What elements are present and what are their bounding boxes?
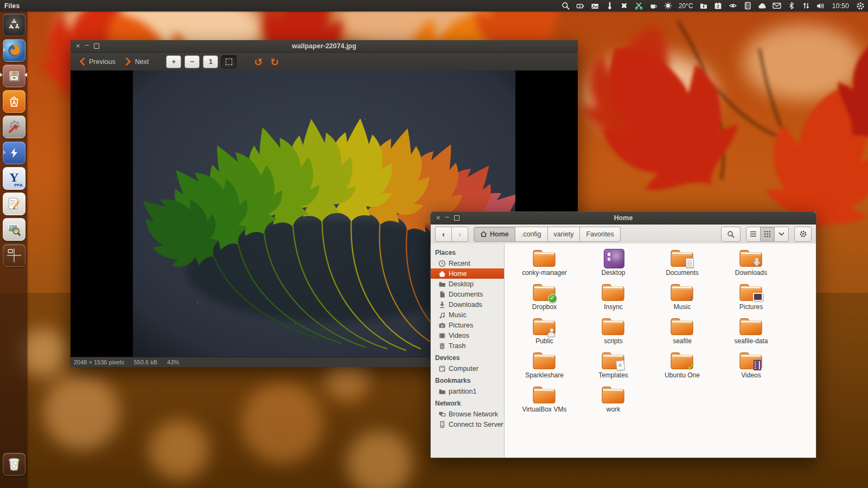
folder-label: conky-manager xyxy=(522,269,567,277)
grid-view-button[interactable] xyxy=(761,227,775,242)
sidebar-item-browse-network[interactable]: Browse Network xyxy=(431,409,504,419)
folder-label: Videos xyxy=(741,371,761,379)
next-button[interactable]: Next xyxy=(122,56,152,67)
folder-item[interactable]: Videos xyxy=(717,350,786,384)
folder-item[interactable]: scripts xyxy=(579,316,648,350)
folder-item[interactable]: Desktop xyxy=(579,248,648,282)
launcher-item-trash[interactable] xyxy=(3,453,25,476)
server-icon xyxy=(438,421,446,428)
folder-item[interactable]: Pictures xyxy=(717,282,786,316)
folder-item[interactable]: Documents xyxy=(648,248,717,282)
cloud-icon[interactable] xyxy=(758,2,767,10)
sidebar-item-computer[interactable]: Computer xyxy=(431,363,504,374)
viewer-titlebar[interactable]: × – wallpaper-22074.jpg xyxy=(71,40,578,53)
privacy-eye-icon[interactable] xyxy=(729,2,737,10)
sidebar-item-documents[interactable]: Documents xyxy=(431,289,504,299)
folder-icon xyxy=(438,388,446,395)
best-fit-button[interactable] xyxy=(221,55,237,68)
scissors-icon[interactable] xyxy=(635,2,643,10)
folder-item[interactable]: Templates xyxy=(579,350,648,384)
file-grid-area[interactable]: conky-manager Desk xyxy=(505,243,816,458)
sidebar-item-pictures[interactable]: Pictures xyxy=(431,320,504,330)
folder-label: Templates xyxy=(598,371,628,379)
folder-item[interactable]: conky-manager xyxy=(510,248,579,282)
sidebar-item-partition1[interactable]: partition1 xyxy=(431,386,504,396)
close-icon[interactable]: × xyxy=(76,43,80,49)
folder-item[interactable]: seafile-data xyxy=(717,316,786,350)
folder-item[interactable]: Sparkleshare xyxy=(510,350,579,384)
calendar-icon[interactable]: 2 xyxy=(714,2,723,10)
rotate-right-icon[interactable]: ↻ xyxy=(268,56,281,68)
viewer-toolbar: Previous Next + − 1 ↺ ↻ xyxy=(71,53,578,71)
bluetooth-icon[interactable] xyxy=(787,2,796,10)
network-traffic-icon[interactable] xyxy=(802,2,810,10)
global-app-menu[interactable]: Files xyxy=(4,2,20,10)
clock[interactable]: 10:50 xyxy=(832,2,849,10)
session-gear-icon[interactable] xyxy=(856,2,865,10)
folder-item[interactable]: Insync xyxy=(579,282,648,316)
sidebar-item-recent[interactable]: Recent xyxy=(431,258,504,268)
minimize-icon[interactable]: – xyxy=(85,42,89,48)
journal-icon[interactable] xyxy=(743,2,752,10)
folder-item[interactable]: work xyxy=(579,384,648,419)
launcher-item-dash-home[interactable] xyxy=(3,14,25,36)
search-button[interactable] xyxy=(721,227,741,242)
launcher-item-text-editor[interactable] xyxy=(3,192,25,215)
folder-item[interactable]: Music xyxy=(648,282,717,316)
weather-sun-icon[interactable] xyxy=(664,2,673,10)
zoom-normal-button[interactable]: 1 xyxy=(203,55,218,68)
breadcrumb-favorites[interactable]: Favorites xyxy=(580,227,620,242)
sidebar-item-connect-to-server[interactable]: Connect to Server xyxy=(431,419,504,429)
breadcrumb-config[interactable]: .config xyxy=(515,227,548,242)
maximize-icon[interactable] xyxy=(94,43,99,49)
folder-icon xyxy=(601,248,627,268)
file-manager-titlebar[interactable]: × – Home xyxy=(431,212,816,224)
folder-item[interactable]: VirtualBox VMs xyxy=(510,384,579,419)
search-icon[interactable] xyxy=(561,2,570,10)
launcher-item-system-settings[interactable] xyxy=(3,115,25,138)
folder-item[interactable]: Public xyxy=(510,316,579,350)
sidebar-item-trash[interactable]: Trash xyxy=(431,341,504,351)
list-view-button[interactable] xyxy=(746,227,761,242)
battery-icon[interactable] xyxy=(576,2,585,10)
sidebar-item-home[interactable]: Home xyxy=(431,268,504,279)
caffeine-cup-icon[interactable] xyxy=(649,2,658,10)
launcher-item-workspace-switcher[interactable] xyxy=(3,244,25,267)
folder-item[interactable]: Ubuntu One xyxy=(648,350,717,384)
launcher-item-messenger[interactable] xyxy=(3,142,25,164)
folder-item[interactable]: Downloads xyxy=(717,248,786,282)
sidebar-item-downloads[interactable]: Downloads xyxy=(431,299,504,310)
launcher-item-image-viewer[interactable] xyxy=(3,218,25,241)
breadcrumb-variety[interactable]: variety xyxy=(548,227,580,242)
rotate-left-icon[interactable]: ↺ xyxy=(252,56,265,68)
launcher-item-firefox[interactable] xyxy=(3,39,25,62)
forward-button[interactable]: › xyxy=(452,227,468,242)
keyring-folder-icon[interactable] xyxy=(699,2,708,10)
zoom-out-button[interactable]: − xyxy=(184,55,200,68)
minimize-icon[interactable]: – xyxy=(445,214,449,220)
settings-gear-button[interactable] xyxy=(794,227,812,242)
sync-star-icon[interactable] xyxy=(620,2,629,10)
sidebar-item-desktop[interactable]: Desktop xyxy=(431,279,504,289)
folder-item[interactable]: seafile xyxy=(648,316,717,350)
folder-item[interactable]: Dropbox xyxy=(510,282,579,316)
sidebar-item-music[interactable]: Music xyxy=(431,310,504,320)
zoom-in-button[interactable]: + xyxy=(166,55,181,68)
folder-label: Pictures xyxy=(739,303,763,311)
maximize-icon[interactable] xyxy=(454,215,459,221)
previous-button[interactable]: Previous xyxy=(76,56,119,67)
sidebar-item-videos[interactable]: Videos xyxy=(431,330,504,341)
volume-icon[interactable] xyxy=(816,2,825,10)
thermometer-icon[interactable] xyxy=(605,2,614,10)
back-button[interactable]: ‹ xyxy=(435,227,452,242)
close-icon[interactable]: × xyxy=(436,215,441,221)
launcher-item-y-ppa-manager[interactable]: YPPA xyxy=(3,167,25,190)
wallpaper-changer-icon[interactable] xyxy=(591,2,599,10)
folder-label: Sparkleshare xyxy=(525,371,564,379)
temperature-readout[interactable]: 20°C xyxy=(679,2,693,10)
breadcrumb-home[interactable]: Home xyxy=(474,227,515,242)
mail-icon[interactable] xyxy=(773,2,781,10)
launcher-item-software-center[interactable]: A xyxy=(3,90,25,113)
folder-icon xyxy=(532,350,558,371)
view-options-button[interactable] xyxy=(775,227,789,242)
